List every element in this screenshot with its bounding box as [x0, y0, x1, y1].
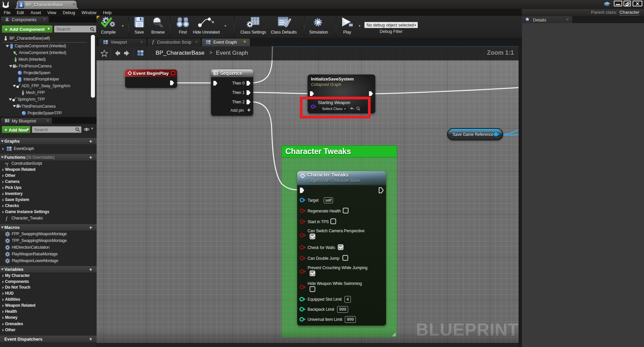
svg-text:f: f — [6, 216, 8, 221]
svg-text:f: f — [7, 162, 9, 166]
